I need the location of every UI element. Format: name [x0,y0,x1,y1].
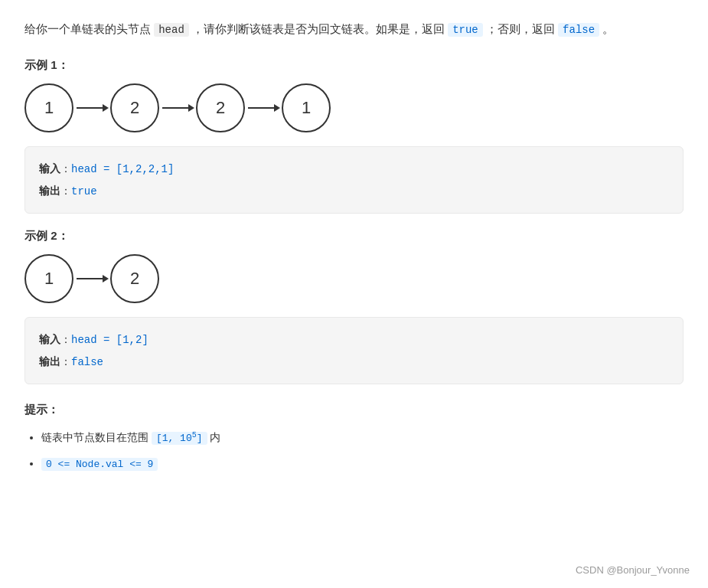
arrow-3 [246,100,280,116]
hint1-suffix: 内 [207,431,221,443]
node-2a: 2 [110,83,159,132]
svg-marker-3 [188,104,194,112]
hints-list: 链表中节点数目在范围 [1, 105] 内 0 <= Node.val <= 9 [24,428,684,473]
node-2b: 2 [196,83,245,132]
arrow-4 [75,271,109,286]
example1-input-value: head = [1,2,2,1] [71,163,174,175]
svg-marker-5 [274,104,280,112]
example1-diagram: 1 2 2 1 [24,83,684,132]
example1-input-line: 输入：head = [1,2,2,1] [39,158,669,180]
example2-input-label: 输入 [39,333,60,345]
hint1-range: [1, 105] [152,432,207,445]
hint-item-1: 链表中节点数目在范围 [1, 105] 内 [41,428,684,447]
example1-io: 输入：head = [1,2,2,1] 输出：true [24,146,684,214]
hint2-code: 0 <= Node.val <= 9 [41,458,158,471]
svg-marker-7 [103,275,109,283]
example1-input-label: 输入 [39,162,60,175]
example2-output-label: 输出 [39,355,60,368]
example2-title: 示例 2： [24,229,684,243]
example2-input-line: 输入：head = [1,2] [39,328,669,351]
hints-section: 提示： 链表中节点数目在范围 [1, 105] 内 0 <= Node.val … [24,403,684,473]
example1-output-label: 输出 [39,185,60,197]
hint1-prefix: 链表中节点数目在范围 [41,431,152,443]
node-1c: 1 [24,254,73,303]
example1-output-value: true [71,185,97,198]
example2-diagram: 1 2 [24,254,684,303]
example2-io: 输入：head = [1,2] 输出：false [24,317,684,384]
watermark: CSDN @Bonjour_Yvonne [576,564,690,576]
true-code: true [448,23,483,37]
desc-after: ，请你判断该链表是否为回文链表。如果是，返回 [189,22,448,35]
desc-period: 。 [599,22,614,35]
example2-output-value: false [71,356,103,368]
false-code: false [558,23,599,37]
example2-input-value: head = [1,2] [71,334,148,346]
example2-output-line: 输出：false [39,351,669,373]
example1-title: 示例 1： [24,58,684,73]
arrow-2 [161,100,194,116]
example2-section: 示例 2： 1 2 输入：head = [1,2] 输出：false [24,229,684,384]
desc-semi: ；否则，返回 [483,22,558,35]
example1-section: 示例 1： 1 2 2 1 输入：head = [1,2,2 [24,58,684,214]
node-2c: 2 [110,254,159,303]
arrow-1 [75,100,109,116]
svg-marker-1 [103,104,109,112]
head-code: head [154,23,189,37]
problem-description: 给你一个单链表的头节点 head ，请你判断该链表是否为回文链表。如果是，返回 … [24,18,684,40]
hints-title: 提示： [24,403,684,417]
hint-item-2: 0 <= Node.val <= 9 [41,454,684,473]
desc-before: 给你一个单链表的头节点 [24,22,154,35]
node-1b: 1 [282,83,331,132]
example1-output-line: 输出：true [39,180,669,202]
node-1a: 1 [24,83,73,132]
